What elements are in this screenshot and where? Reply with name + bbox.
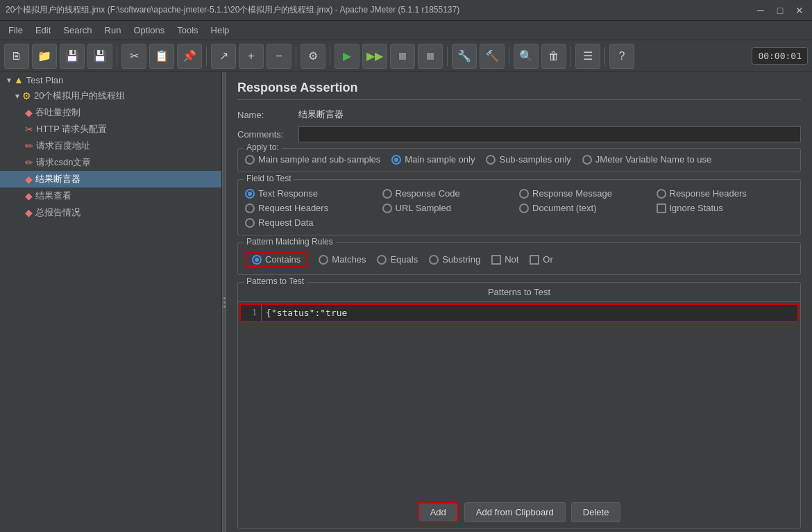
sidebar-item-result-tree[interactable]: ◆ 结果查看 bbox=[0, 188, 221, 204]
csdn-icon: ✏ bbox=[25, 157, 33, 168]
field-text-response[interactable]: Text Response bbox=[245, 188, 382, 199]
toolbar-remote-stop[interactable]: 🔨 bbox=[480, 44, 505, 69]
toolbar-sep-8 bbox=[604, 47, 605, 66]
comments-label: Comments: bbox=[237, 129, 293, 140]
toolbar-start-no-pause[interactable]: ▶▶ bbox=[362, 44, 387, 69]
menu-search[interactable]: Search bbox=[58, 23, 97, 38]
radio-substring bbox=[429, 255, 439, 265]
toolbar-help[interactable]: ? bbox=[609, 44, 634, 69]
apply-jmeter-var[interactable]: JMeter Variable Name to use bbox=[582, 154, 711, 165]
toolbar-add[interactable]: + bbox=[239, 44, 264, 69]
toolbar-remote-start[interactable]: 🔧 bbox=[452, 44, 477, 69]
name-row: Name: 结果断言器 bbox=[237, 108, 801, 121]
apply-sub-only[interactable]: Sub-samples only bbox=[486, 154, 570, 165]
patterns-to-test-group: Patterns to Test Patterns to Test 1 {"st… bbox=[237, 282, 801, 529]
sidebar-item-label-baidu: 请求百度地址 bbox=[36, 140, 90, 152]
toolbar-new[interactable]: 🗎 bbox=[4, 44, 29, 69]
radio-request-data bbox=[245, 218, 255, 228]
toolbar-save-as[interactable]: 💾 bbox=[87, 44, 112, 69]
sidebar-item-test-plan[interactable]: ▼ ▲ Test Plan bbox=[0, 72, 221, 88]
sidebar-item-report[interactable]: ◆ 总报告情况 bbox=[0, 204, 221, 221]
baidu-icon: ✏ bbox=[25, 140, 33, 151]
close-button[interactable]: ✕ bbox=[793, 3, 806, 17]
minimize-button[interactable]: ─ bbox=[754, 3, 768, 17]
toolbar-shutdown[interactable]: ⏹ bbox=[418, 44, 443, 69]
sidebar-item-assertion[interactable]: ◆ 结果断言器 bbox=[0, 171, 221, 188]
toolbar-copy[interactable]: 📋 bbox=[149, 44, 174, 69]
pattern-matches[interactable]: Matches bbox=[319, 254, 366, 265]
field-ignore-status[interactable]: Ignore Status bbox=[657, 203, 794, 213]
field-response-message[interactable]: Response Message bbox=[519, 188, 657, 199]
radio-main-only bbox=[391, 155, 401, 165]
delete-button[interactable]: Delete bbox=[571, 502, 621, 522]
radio-response-headers bbox=[657, 189, 666, 199]
sidebar: ▼ ▲ Test Plan ▼ ⚙ 20个模拟用户的线程组 ◆ 吞吐量控制 ✂ … bbox=[0, 72, 222, 532]
sidebar-item-label-http-header: HTTP 请求头配置 bbox=[36, 123, 107, 135]
toolbar-clear[interactable]: 🗑 bbox=[541, 44, 566, 69]
http-header-icon: ✂ bbox=[25, 124, 33, 135]
menu-help[interactable]: Help bbox=[205, 23, 235, 38]
title-bar: 20个模拟用户的线程组.jmx (F:\software\apache-jmet… bbox=[0, 0, 812, 21]
field-document-text[interactable]: Document (text) bbox=[519, 203, 657, 213]
radio-response-code bbox=[382, 189, 392, 199]
toolbar-remove[interactable]: − bbox=[267, 44, 291, 69]
tree-arrow-2: ▼ bbox=[14, 92, 21, 100]
sidebar-item-http-header[interactable]: ✂ HTTP 请求头配置 bbox=[0, 121, 221, 138]
tree-arrow: ▼ bbox=[6, 76, 12, 84]
menu-file[interactable]: File bbox=[3, 23, 28, 38]
field-to-test-label: Field to Test bbox=[244, 174, 294, 183]
pattern-equals[interactable]: Equals bbox=[377, 254, 418, 265]
toolbar-start[interactable]: ▶ bbox=[335, 44, 360, 69]
field-request-data[interactable]: Request Data bbox=[245, 217, 382, 228]
pattern-matching-options: Contains Matches Equals Substring bbox=[245, 251, 793, 267]
toolbar-expand[interactable]: ↗ bbox=[211, 44, 236, 69]
field-url-sampled[interactable]: URL Sampled bbox=[382, 203, 520, 213]
toolbar-stop[interactable]: ⏹ bbox=[390, 44, 415, 69]
apply-main-sub[interactable]: Main sample and sub-samples bbox=[245, 154, 380, 165]
sidebar-item-baidu[interactable]: ✏ 请求百度地址 bbox=[0, 138, 221, 154]
sidebar-item-label-assertion: 结果断言器 bbox=[35, 173, 81, 185]
field-request-headers[interactable]: Request Headers bbox=[245, 203, 382, 213]
menu-edit[interactable]: Edit bbox=[30, 23, 56, 38]
name-value: 结果断言器 bbox=[298, 108, 344, 121]
toolbar-cut[interactable]: ✂ bbox=[121, 44, 146, 69]
sidebar-item-thread-group[interactable]: ▼ ⚙ 20个模拟用户的线程组 bbox=[0, 88, 221, 104]
sidebar-item-label-throughput: 吞吐量控制 bbox=[35, 106, 81, 119]
add-from-clipboard-button[interactable]: Add from Clipboard bbox=[464, 502, 566, 522]
toolbar-save[interactable]: 💾 bbox=[60, 44, 85, 69]
panel-title: Response Assertion bbox=[237, 81, 801, 100]
radio-sub-only bbox=[486, 155, 496, 165]
comments-input[interactable] bbox=[298, 126, 801, 142]
add-button[interactable]: Add bbox=[418, 502, 459, 522]
pattern-substring[interactable]: Substring bbox=[429, 254, 480, 265]
apply-main-only[interactable]: Main sample only bbox=[391, 154, 475, 165]
apply-to-label: Apply to: bbox=[244, 142, 282, 152]
pattern-contains[interactable]: Contains bbox=[252, 254, 301, 265]
maximize-button[interactable]: □ bbox=[773, 3, 787, 17]
toolbar-paste[interactable]: 📌 bbox=[177, 44, 202, 69]
field-response-headers[interactable]: Response Headers bbox=[657, 188, 794, 199]
radio-equals bbox=[377, 255, 387, 265]
menu-tools[interactable]: Tools bbox=[171, 23, 203, 38]
toolbar-list[interactable]: ☰ bbox=[575, 44, 600, 69]
sidebar-item-throughput[interactable]: ◆ 吞吐量控制 bbox=[0, 104, 221, 121]
toolbar-open[interactable]: 📁 bbox=[32, 44, 57, 69]
sidebar-item-csdn[interactable]: ✏ 请求csdn文章 bbox=[0, 154, 221, 171]
menu-options[interactable]: Options bbox=[128, 23, 170, 38]
toolbar-sep-7 bbox=[570, 47, 571, 66]
checkbox-not bbox=[491, 255, 501, 265]
menu-run[interactable]: Run bbox=[99, 23, 127, 38]
pattern-not[interactable]: Not bbox=[491, 254, 518, 265]
response-assertion-panel: Response Assertion Name: 结果断言器 Comments:… bbox=[226, 72, 812, 532]
toolbar-search[interactable]: 🔍 bbox=[514, 44, 539, 69]
test-plan-icon: ▲ bbox=[14, 74, 24, 85]
pattern-or[interactable]: Or bbox=[530, 254, 552, 265]
toolbar-sep-1 bbox=[117, 47, 117, 66]
field-response-code[interactable]: Response Code bbox=[382, 188, 520, 199]
toolbar-sep-4 bbox=[330, 47, 330, 66]
radio-response-message bbox=[519, 189, 529, 199]
pattern-cell-1[interactable]: {"status":"true bbox=[262, 305, 797, 321]
toolbar-sep-2 bbox=[206, 47, 207, 66]
toolbar-browse[interactable]: ⚙ bbox=[301, 44, 325, 69]
pattern-entry-1: 1 {"status":"true bbox=[239, 304, 799, 322]
